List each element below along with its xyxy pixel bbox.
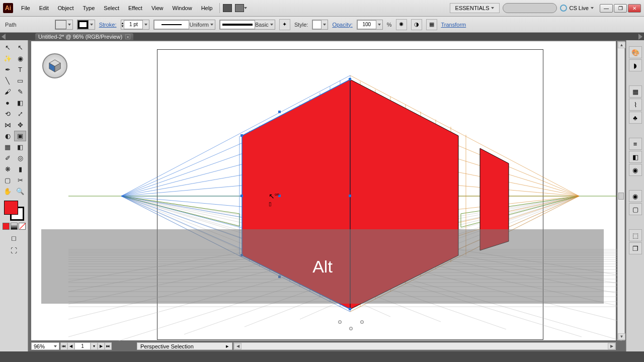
pencil-tool[interactable]: ✎ <box>14 86 26 97</box>
gradient-tool[interactable]: ◧ <box>14 142 26 152</box>
bridge-icon[interactable] <box>223 4 232 12</box>
align-icon[interactable]: ▦ <box>426 19 437 30</box>
graphic-style[interactable] <box>312 20 328 30</box>
paintbrush-tool[interactable]: 🖌 <box>2 86 14 97</box>
blend-tool[interactable]: ◎ <box>14 153 26 163</box>
scroll-thumb[interactable] <box>618 193 624 200</box>
symbol-sprayer-tool[interactable]: ❋ <box>2 164 14 174</box>
chevron-down-icon[interactable]: ▾ <box>91 342 98 350</box>
scroll-left-icon[interactable]: ◀ <box>234 343 242 349</box>
magic-wand-tool[interactable]: ✨ <box>2 53 14 64</box>
zoom-level[interactable]: 96% <box>31 342 59 350</box>
color-mode-icon[interactable] <box>3 223 10 230</box>
graphic-styles-panel-icon[interactable]: ▢ <box>629 203 642 215</box>
workspace-switcher[interactable]: ESSENTIALS <box>450 3 500 13</box>
eraser-tool[interactable]: ◧ <box>14 98 26 108</box>
menu-type[interactable]: Type <box>79 3 99 13</box>
transform-link[interactable]: Transform <box>441 22 466 28</box>
direct-selection-tool[interactable]: ↖ <box>14 42 26 53</box>
scroll-right-icon[interactable]: ▶ <box>608 343 615 349</box>
gradient-mode-icon[interactable] <box>11 223 18 230</box>
arrange-documents-icon[interactable] <box>235 4 244 12</box>
transparency-panel-icon[interactable]: ◉ <box>629 164 642 176</box>
first-artboard-button[interactable]: ⏮ <box>60 342 67 350</box>
rotate-tool[interactable]: ⟲ <box>2 109 14 119</box>
stroke-weight-value[interactable]: 1 pt <box>124 20 143 29</box>
line-tool[interactable]: ╲ <box>2 75 14 86</box>
stroke-panel-icon[interactable]: ≡ <box>629 138 642 150</box>
menu-file[interactable]: File <box>17 3 34 13</box>
fill-stroke-indicator[interactable] <box>4 201 24 221</box>
scrollbar-vertical[interactable]: ▲ ▼ <box>617 41 625 340</box>
stroke-swatch[interactable] <box>77 20 95 30</box>
free-transform-tool[interactable]: ✥ <box>14 120 26 130</box>
shape-builder-tool[interactable]: ◐ <box>2 131 14 141</box>
next-artboard-button[interactable]: ▶ <box>98 342 105 350</box>
artboards-panel-icon[interactable]: ❐ <box>629 242 642 254</box>
stroke-label[interactable]: Stroke: <box>99 22 117 28</box>
grid-handle[interactable] <box>338 320 342 324</box>
perspective-grid-tool[interactable]: ▣ <box>14 131 26 141</box>
brush-options-icon[interactable]: ✦ <box>279 19 290 30</box>
screen-mode-icon[interactable]: ⛶ <box>5 245 23 256</box>
artboard-number-input[interactable] <box>74 342 91 350</box>
canvas-area[interactable]: ↖on ▯ Alt ▲ ▼ 96% ⏮ ◀ ▾ ▶ ⏭ Perspective … <box>28 40 626 351</box>
close-button[interactable]: ✕ <box>628 4 641 13</box>
scale-tool[interactable]: ⤢ <box>14 109 26 119</box>
brush-definition[interactable]: Basic <box>219 20 275 30</box>
prev-artboard-button[interactable]: ◀ <box>67 342 74 350</box>
menu-object[interactable]: Object <box>54 3 78 13</box>
opacity-input[interactable]: 100 <box>357 20 383 30</box>
gradient-panel-icon[interactable]: ◧ <box>629 151 642 163</box>
menu-window[interactable]: Window <box>169 3 196 13</box>
recolor-icon[interactable]: ✺ <box>396 19 407 30</box>
menu-select[interactable]: Select <box>100 3 123 13</box>
swatches-panel-icon[interactable]: ▦ <box>629 85 642 98</box>
fill-indicator[interactable] <box>4 201 18 215</box>
grid-handle[interactable] <box>349 327 353 330</box>
fill-swatch[interactable] <box>55 20 73 30</box>
status-tool-name[interactable]: Perspective Selection ▸ <box>137 342 232 350</box>
document-tab[interactable]: Untitled-2* @ 96% (RGB/Preview) × <box>35 33 133 40</box>
color-guide-panel-icon[interactable]: ◗ <box>629 59 642 71</box>
blob-brush-tool[interactable]: ● <box>2 98 14 108</box>
close-tab-icon[interactable]: × <box>125 34 130 39</box>
eyedropper-tool[interactable]: ✐ <box>2 153 14 163</box>
pen-tool[interactable]: ✒ <box>2 64 14 75</box>
search-input[interactable] <box>503 3 557 13</box>
menu-edit[interactable]: Edit <box>35 3 53 13</box>
layers-panel-icon[interactable]: ⬚ <box>629 229 642 241</box>
width-tool[interactable]: ⋈ <box>2 120 14 130</box>
zoom-tool[interactable]: 🔍 <box>14 186 26 197</box>
draw-mode-icon[interactable]: ◻ <box>5 233 23 243</box>
maximize-button[interactable]: ❐ <box>614 4 627 13</box>
variable-width-profile[interactable]: Uniform <box>153 20 215 30</box>
slice-tool[interactable]: ✂ <box>14 175 26 186</box>
appearance-panel-icon[interactable]: ◉ <box>629 190 642 202</box>
perspective-plane-widget[interactable] <box>42 53 67 78</box>
menu-view[interactable]: View <box>147 3 168 13</box>
lasso-tool[interactable]: ◉ <box>14 53 26 64</box>
none-mode-icon[interactable] <box>19 223 26 230</box>
selection-tool[interactable]: ↖ <box>2 42 14 53</box>
hand-tool[interactable]: ✋ <box>2 186 14 197</box>
stroke-weight-input[interactable]: ▲▼ 1 pt <box>121 20 150 30</box>
opacity-label[interactable]: Opacity: <box>332 22 352 28</box>
grid-handle[interactable] <box>360 320 364 324</box>
column-graph-tool[interactable]: ▮ <box>14 164 26 174</box>
scrollbar-horizontal[interactable]: ◀ ▶ <box>233 342 616 350</box>
tab-scroll-left-icon[interactable] <box>2 34 6 40</box>
brushes-panel-icon[interactable]: ⌇ <box>629 99 642 111</box>
type-tool[interactable]: T <box>14 64 26 75</box>
symbols-panel-icon[interactable]: ♣ <box>629 112 642 124</box>
select-similar-icon[interactable]: ◑ <box>411 19 422 30</box>
tab-scroll-right-icon[interactable] <box>638 34 642 40</box>
last-artboard-button[interactable]: ⏭ <box>105 342 112 350</box>
cs-live-button[interactable]: CS Live <box>560 5 594 12</box>
artboard-tool[interactable]: ▢ <box>2 175 14 186</box>
menu-effect[interactable]: Effect <box>124 3 146 13</box>
mesh-tool[interactable]: ▦ <box>2 142 14 152</box>
rectangle-tool[interactable]: ▭ <box>14 75 26 86</box>
menu-help[interactable]: Help <box>197 3 217 13</box>
minimize-button[interactable]: — <box>600 4 613 13</box>
